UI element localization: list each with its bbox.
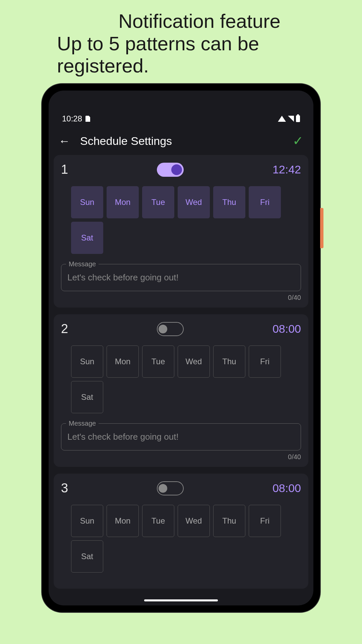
day-chip-sun[interactable]: Sun <box>71 345 103 378</box>
enable-toggle[interactable] <box>157 322 184 336</box>
day-chip-thu[interactable]: Thu <box>213 345 245 378</box>
day-chip-fri[interactable]: Fri <box>249 505 281 537</box>
schedule-index: 2 <box>61 322 68 336</box>
day-selector: SunMonTueWedThuFriSat <box>61 345 301 413</box>
day-chip-tue[interactable]: Tue <box>142 345 174 378</box>
home-indicator[interactable] <box>144 599 218 601</box>
promo-heading: Notification feature Up to 5 patterns ca… <box>0 0 362 84</box>
day-chip-wed[interactable]: Wed <box>178 345 210 378</box>
time-picker[interactable]: 12:42 <box>273 163 301 176</box>
day-chip-fri[interactable]: Fri <box>249 345 281 378</box>
day-chip-sat[interactable]: Sat <box>71 222 103 254</box>
enable-toggle[interactable] <box>157 481 184 495</box>
day-selector: SunMonTueWedThuFriSat <box>61 505 301 573</box>
promo-line1: Notification feature <box>57 10 342 33</box>
day-chip-thu[interactable]: Thu <box>213 505 245 537</box>
day-chip-sun[interactable]: Sun <box>71 186 103 218</box>
day-chip-fri[interactable]: Fri <box>249 186 281 218</box>
day-chip-mon[interactable]: Mon <box>107 186 139 218</box>
wifi-icon <box>278 116 286 122</box>
confirm-button[interactable]: ✓ <box>293 133 303 148</box>
day-chip-tue[interactable]: Tue <box>142 186 174 218</box>
schedule-index: 1 <box>61 162 68 177</box>
message-input[interactable]: MessageLet's check before going out! <box>61 423 301 450</box>
day-chip-sat[interactable]: Sat <box>71 540 103 573</box>
schedule-card: 308:00SunMonTueWedThuFriSat <box>54 474 308 589</box>
message-placeholder: Let's check before going out! <box>67 432 179 442</box>
card-header: 308:00 <box>61 481 301 495</box>
schedule-card: 208:00SunMonTueWedThuFriSatMessageLet's … <box>54 314 308 467</box>
toggle-thumb <box>159 325 167 333</box>
page-title: Schedule Settings <box>80 135 283 148</box>
schedule-card: 112:42SunMonTueWedThuFriSatMessageLet's … <box>54 155 308 308</box>
message-placeholder: Let's check before going out! <box>67 272 179 282</box>
day-chip-wed[interactable]: Wed <box>178 186 210 218</box>
day-chip-sat[interactable]: Sat <box>71 381 103 413</box>
battery-icon <box>296 115 300 122</box>
schedule-index: 3 <box>61 481 68 495</box>
message-label: Message <box>66 420 99 427</box>
signal-icon <box>288 116 294 122</box>
status-time: 10:28 <box>62 114 82 123</box>
day-chip-wed[interactable]: Wed <box>178 505 210 537</box>
char-count: 0/40 <box>61 294 301 302</box>
toggle-thumb <box>159 484 167 493</box>
sd-card-icon <box>85 116 90 122</box>
promo-line2: Up to 5 patterns can be registered. <box>57 33 342 77</box>
day-selector: SunMonTueWedThuFriSat <box>61 186 301 254</box>
card-header: 112:42 <box>61 162 301 177</box>
schedule-list: 112:42SunMonTueWedThuFriSatMessageLet's … <box>49 155 313 589</box>
card-header: 208:00 <box>61 322 301 336</box>
phone-screen: 10:28 ← Schedule Settings ✓ 112:42SunMon… <box>49 91 313 605</box>
phone-frame: 10:28 ← Schedule Settings ✓ 112:42SunMon… <box>42 84 320 612</box>
day-chip-tue[interactable]: Tue <box>142 505 174 537</box>
app-bar: ← Schedule Settings ✓ <box>49 127 313 155</box>
day-chip-mon[interactable]: Mon <box>107 505 139 537</box>
day-chip-thu[interactable]: Thu <box>213 186 245 218</box>
char-count: 0/40 <box>61 453 301 461</box>
enable-toggle[interactable] <box>157 163 184 177</box>
day-chip-mon[interactable]: Mon <box>107 345 139 378</box>
message-label: Message <box>66 260 99 268</box>
back-button[interactable]: ← <box>59 135 70 148</box>
day-chip-sun[interactable]: Sun <box>71 505 103 537</box>
toggle-thumb <box>171 164 182 175</box>
message-input[interactable]: MessageLet's check before going out! <box>61 264 301 291</box>
status-bar: 10:28 <box>49 91 313 127</box>
time-picker[interactable]: 08:00 <box>273 322 301 335</box>
time-picker[interactable]: 08:00 <box>273 482 301 495</box>
